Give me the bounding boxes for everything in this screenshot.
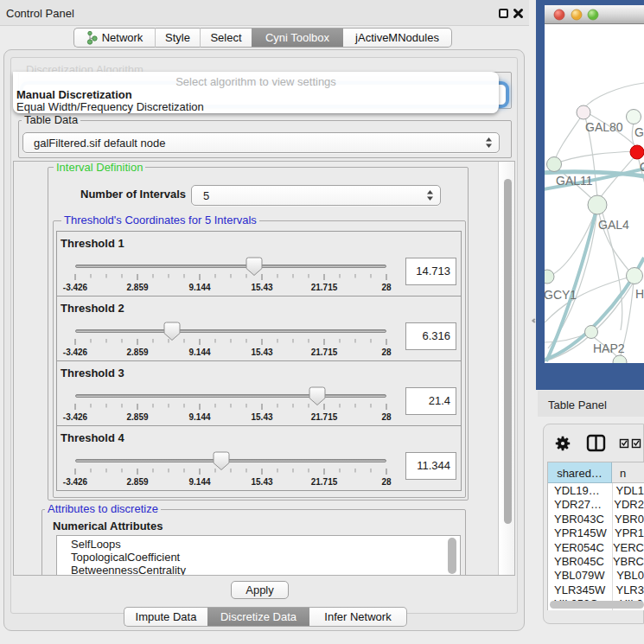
svg-text:GAL4: GAL4: [598, 218, 629, 232]
svg-text:GAL80: GAL80: [585, 120, 623, 134]
svg-text:HAP2: HAP2: [593, 341, 625, 355]
svg-text:GA: GA: [634, 125, 644, 139]
svg-text:H: H: [635, 287, 644, 301]
svg-text:GAL11: GAL11: [556, 174, 593, 188]
svg-text:GCY1: GCY1: [545, 288, 577, 302]
svg-text:C: C: [640, 160, 644, 174]
